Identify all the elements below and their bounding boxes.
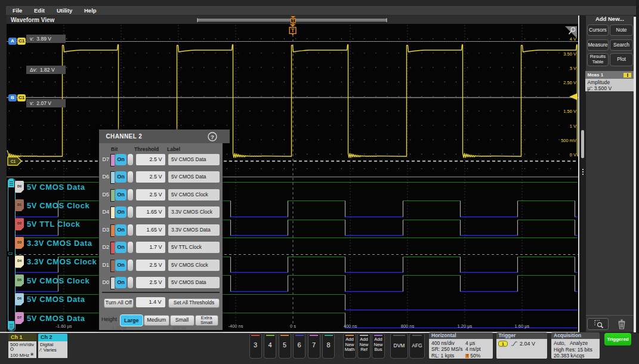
svg-text:C1: C1: [11, 159, 16, 164]
svg-text:T: T: [291, 27, 295, 33]
svg-text:?: ?: [211, 134, 214, 140]
